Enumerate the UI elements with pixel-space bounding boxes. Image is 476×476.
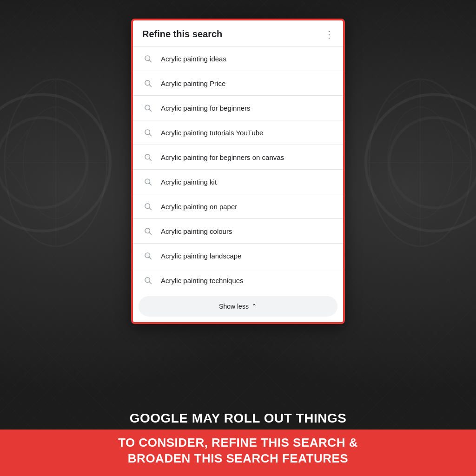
search-item-10[interactable]: Acrylic painting techniques xyxy=(133,268,343,292)
svg-line-19 xyxy=(149,60,151,62)
svg-line-23 xyxy=(149,109,151,111)
search-item-2[interactable]: Acrylic painting Price xyxy=(133,71,343,96)
svg-line-25 xyxy=(149,134,151,136)
svg-line-21 xyxy=(149,85,151,86)
search-item-7[interactable]: Acrylic painting on paper xyxy=(133,194,343,219)
search-icon-6 xyxy=(142,176,153,187)
search-item-text-4: Acrylic painting tutorials YouTube xyxy=(161,129,263,137)
svg-line-27 xyxy=(149,159,151,160)
content-wrapper: Refine this search ⋮ Acrylic painting id… xyxy=(0,0,476,324)
search-item-text-2: Acrylic painting Price xyxy=(161,79,225,87)
svg-line-37 xyxy=(149,282,151,284)
search-item-3[interactable]: Acrylic painting for beginners xyxy=(133,96,343,120)
svg-line-31 xyxy=(149,208,151,210)
show-less-button[interactable]: Show less ⌃ xyxy=(139,296,337,317)
bottom-subtitle-text: TO CONSIDER, REFINE THIS SEARCH &BROADEN… xyxy=(118,436,358,465)
chevron-up-icon: ⌃ xyxy=(251,303,257,310)
search-icon-4 xyxy=(142,127,153,138)
search-item-text-8: Acrylic painting colours xyxy=(161,227,232,235)
search-icon-10 xyxy=(142,275,153,286)
card-header: Refine this search ⋮ xyxy=(133,20,343,46)
search-icon-7 xyxy=(142,201,153,212)
svg-line-33 xyxy=(149,232,151,234)
svg-line-29 xyxy=(149,183,151,185)
search-item-text-5: Acrylic painting for beginners on canvas xyxy=(161,153,284,161)
search-icon-5 xyxy=(142,152,153,163)
search-item-1[interactable]: Acrylic painting ideas xyxy=(133,46,343,71)
search-item-text-7: Acrylic painting on paper xyxy=(161,203,237,211)
search-item-4[interactable]: Acrylic painting tutorials YouTube xyxy=(133,120,343,145)
more-options-icon[interactable]: ⋮ xyxy=(324,30,334,39)
bottom-subtitle: TO CONSIDER, REFINE THIS SEARCH &BROADEN… xyxy=(0,430,476,476)
bottom-title-line1: GOOGLE MAY ROLL OUT THINGS xyxy=(0,403,476,430)
search-item-text-1: Acrylic painting ideas xyxy=(161,55,226,63)
svg-line-35 xyxy=(149,257,151,259)
search-icon-3 xyxy=(142,102,153,113)
search-item-9[interactable]: Acrylic painting landscape xyxy=(133,244,343,268)
search-item-text-9: Acrylic painting landscape xyxy=(161,252,241,260)
search-item-6[interactable]: Acrylic painting kit xyxy=(133,170,343,194)
search-item-8[interactable]: Acrylic painting colours xyxy=(133,219,343,244)
card-title: Refine this search xyxy=(142,29,222,40)
search-icon-2 xyxy=(142,78,153,89)
show-less-label: Show less xyxy=(219,303,249,310)
search-icon-1 xyxy=(142,53,153,64)
search-card: Refine this search ⋮ Acrylic painting id… xyxy=(131,19,345,324)
search-icon-8 xyxy=(142,225,153,237)
search-item-text-6: Acrylic painting kit xyxy=(161,178,217,186)
search-item-5[interactable]: Acrylic painting for beginners on canvas xyxy=(133,145,343,170)
search-item-text-10: Acrylic painting techniques xyxy=(161,277,244,284)
search-item-text-3: Acrylic painting for beginners xyxy=(161,104,251,112)
bottom-banner: GOOGLE MAY ROLL OUT THINGS TO CONSIDER, … xyxy=(0,403,476,476)
search-results-list: Acrylic painting ideas Acrylic painting … xyxy=(133,46,343,292)
search-icon-9 xyxy=(142,250,153,261)
